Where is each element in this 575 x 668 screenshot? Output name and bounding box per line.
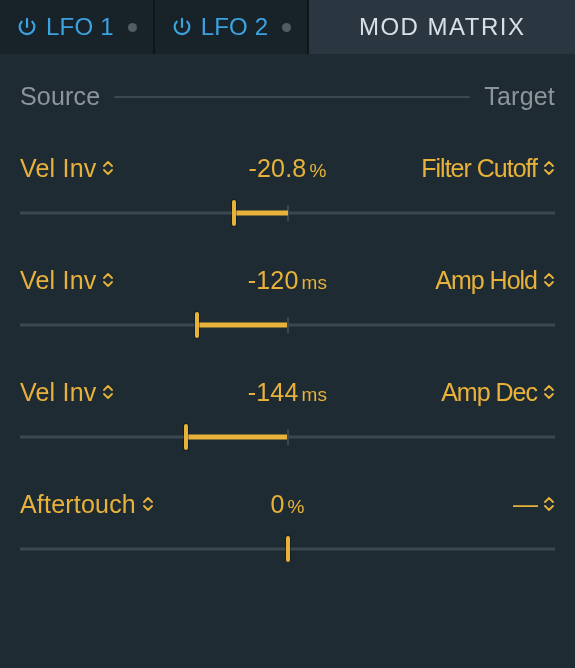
source-selector[interactable]: Vel Inv: [20, 378, 150, 407]
source-selector[interactable]: Aftertouch: [20, 490, 154, 519]
source-label: Vel Inv: [20, 378, 96, 407]
target-label: Amp Hold: [435, 266, 537, 295]
power-icon[interactable]: [171, 16, 193, 38]
slider-fill: [186, 435, 288, 440]
updown-icon: [142, 495, 154, 513]
mod-amount-unit: ms: [302, 272, 328, 293]
mod-amount-value: -20.8: [248, 154, 306, 182]
source-selector[interactable]: Vel Inv: [20, 266, 150, 295]
mod-amount-unit: %: [309, 160, 326, 181]
mod-amount[interactable]: -144ms: [248, 378, 328, 407]
mod-row: Vel Inv -120ms Amp Hold: [20, 237, 555, 349]
mod-row: Aftertouch 0% —: [20, 461, 555, 573]
mod-slider[interactable]: [20, 535, 555, 563]
mod-row-top: Aftertouch 0% —: [20, 487, 555, 521]
source-label: Vel Inv: [20, 266, 96, 295]
target-selector[interactable]: Amp Dec: [405, 378, 555, 407]
target-label: Amp Dec: [441, 378, 537, 407]
slider-handle[interactable]: [195, 312, 199, 338]
mod-slider[interactable]: [20, 423, 555, 451]
mod-amount[interactable]: -20.8%: [248, 154, 326, 183]
tab-bar: LFO 1 LFO 2 MOD MATRIX: [0, 0, 575, 54]
target-selector[interactable]: Filter Cutoff: [405, 154, 555, 183]
mod-amount-value: 0: [270, 490, 284, 518]
updown-icon: [102, 159, 114, 177]
updown-icon: [102, 383, 114, 401]
mod-row: Vel Inv -20.8% Filter Cutoff: [20, 125, 555, 237]
source-label: Aftertouch: [20, 490, 136, 519]
target-selector[interactable]: —: [405, 490, 555, 519]
slider-fill: [234, 211, 288, 216]
mod-row-top: Vel Inv -144ms Amp Dec: [20, 375, 555, 409]
updown-icon: [543, 383, 555, 401]
indicator-dot: [128, 23, 137, 32]
column-headers: Source Target: [0, 54, 575, 119]
tab-label: MOD MATRIX: [359, 13, 526, 41]
header-divider: [114, 96, 470, 98]
tab-mod-matrix[interactable]: MOD MATRIX: [309, 0, 575, 54]
mod-amount[interactable]: 0%: [270, 490, 304, 519]
target-label: —: [513, 490, 537, 519]
mod-amount-unit: ms: [302, 384, 328, 405]
mod-amount-value: -144: [248, 378, 299, 406]
mod-row-top: Vel Inv -20.8% Filter Cutoff: [20, 151, 555, 185]
mod-slider[interactable]: [20, 311, 555, 339]
tab-lfo-2[interactable]: LFO 2: [155, 0, 310, 54]
updown-icon: [102, 271, 114, 289]
source-label: Vel Inv: [20, 154, 96, 183]
mod-amount-unit: %: [288, 496, 305, 517]
mod-row: Vel Inv -144ms Amp Dec: [20, 349, 555, 461]
target-selector[interactable]: Amp Hold: [405, 266, 555, 295]
mod-row-top: Vel Inv -120ms Amp Hold: [20, 263, 555, 297]
updown-icon: [543, 271, 555, 289]
header-source: Source: [20, 82, 100, 111]
target-label: Filter Cutoff: [421, 154, 537, 183]
indicator-dot: [282, 23, 291, 32]
mod-rows: Vel Inv -20.8% Filter Cutoff: [0, 119, 575, 573]
slider-handle[interactable]: [232, 200, 236, 226]
tab-label: LFO 2: [201, 13, 269, 41]
slider-fill: [197, 323, 288, 328]
power-icon[interactable]: [16, 16, 38, 38]
mod-slider[interactable]: [20, 199, 555, 227]
slider-handle[interactable]: [184, 424, 188, 450]
source-selector[interactable]: Vel Inv: [20, 154, 150, 183]
tab-label: LFO 1: [46, 13, 114, 41]
mod-amount-value: -120: [248, 266, 299, 294]
updown-icon: [543, 159, 555, 177]
updown-icon: [543, 495, 555, 513]
tab-lfo-1[interactable]: LFO 1: [0, 0, 155, 54]
mod-amount[interactable]: -120ms: [248, 266, 328, 295]
header-target: Target: [484, 82, 555, 111]
slider-handle[interactable]: [286, 536, 290, 562]
